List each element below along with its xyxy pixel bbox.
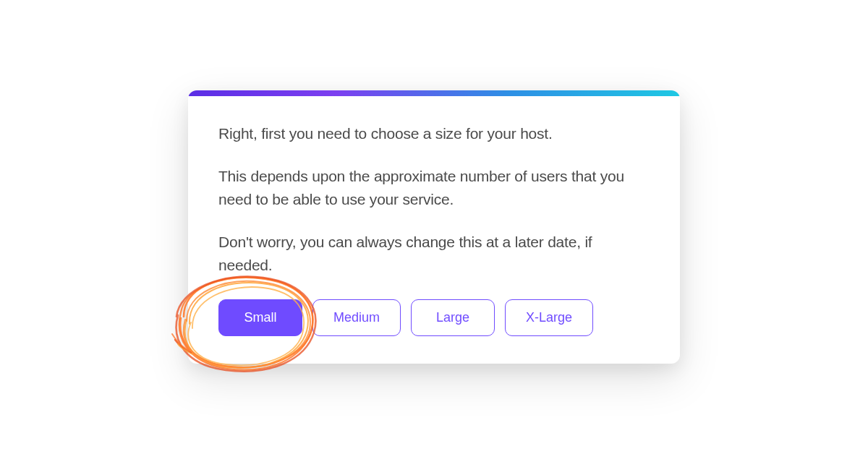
size-option-medium[interactable]: Medium xyxy=(312,299,401,336)
size-option-small[interactable]: Small xyxy=(218,299,302,336)
gradient-top-bar xyxy=(188,90,680,96)
card-body: Right, first you need to choose a size f… xyxy=(188,96,680,364)
paragraph-1: Right, first you need to choose a size f… xyxy=(218,122,650,146)
instruction-text: Right, first you need to choose a size f… xyxy=(218,122,650,278)
size-option-xlarge[interactable]: X-Large xyxy=(505,299,593,336)
host-size-card: Right, first you need to choose a size f… xyxy=(188,90,680,364)
size-option-large[interactable]: Large xyxy=(411,299,495,336)
paragraph-3: Don't worry, you can always change this … xyxy=(218,231,650,278)
paragraph-2: This depends upon the approximate number… xyxy=(218,165,650,212)
size-option-group: Small Medium Large X-Large xyxy=(218,299,650,336)
